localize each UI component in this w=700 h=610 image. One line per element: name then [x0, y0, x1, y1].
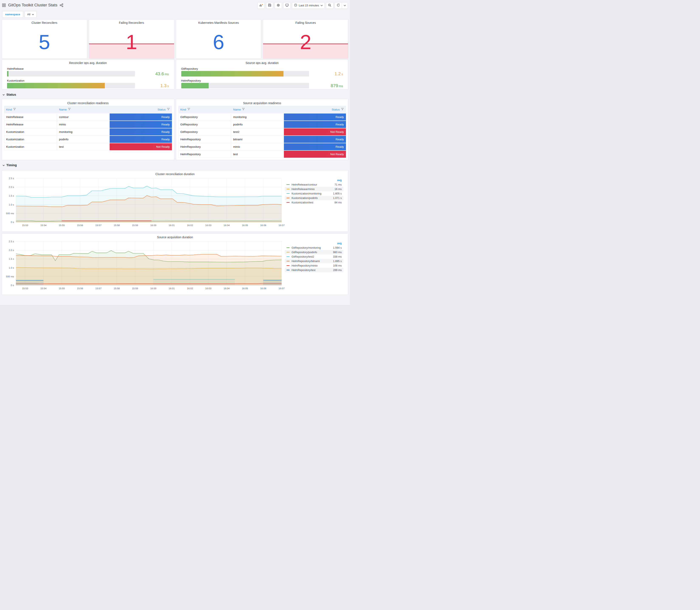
stat-panel-title[interactable]: Failing Reconcilers	[89, 19, 174, 25]
variable-namespace-value: All	[27, 13, 30, 16]
zoom-out-icon	[328, 3, 331, 7]
share-icon[interactable]	[60, 3, 63, 7]
cell-status: Not Ready	[284, 151, 346, 158]
column-header-inner: Kind	[180, 108, 190, 111]
chart-title[interactable]: Source acquisition duration	[3, 234, 347, 239]
svg-text:15:54: 15:54	[40, 224, 47, 227]
svg-text:1.5 s: 1.5 s	[9, 194, 14, 197]
table-header: KindNameStatus	[178, 106, 346, 113]
legend-item[interactable]: Kustomization/podinfo1.071 s	[285, 196, 343, 200]
gauge-panel-title[interactable]: Reconciler ops avg. duration	[7, 60, 169, 65]
legend-item[interactable]: GitRepository/monitoring1.594 s	[285, 245, 343, 250]
legend-item[interactable]: HelmRepository/test289 ms	[285, 268, 343, 272]
legend-item[interactable]: HelmRepository/bitnami1.695 s	[285, 259, 343, 263]
column-header-kind[interactable]: Kind	[4, 106, 57, 113]
cycle-view-button[interactable]	[283, 2, 291, 9]
legend-series-dash	[287, 256, 290, 257]
dashboard-settings-button[interactable]	[275, 2, 282, 9]
cell-name: podinfo	[231, 121, 284, 128]
column-header-kind[interactable]: Kind	[178, 106, 231, 113]
table-row: KustomizationpodinfoReady	[4, 136, 172, 143]
legend-series-dash	[287, 261, 290, 261]
filter-funnel-icon[interactable]	[68, 108, 71, 111]
refresh-interval-dropdown[interactable]	[342, 2, 348, 9]
gauge-row: Kustomization1.3s	[7, 79, 169, 89]
stat-panel-title[interactable]: Cluster Reconcilers	[2, 19, 87, 25]
stat-panel-title[interactable]: Failing Sources	[263, 19, 348, 25]
cell-kind: GitRepository	[178, 113, 231, 121]
section-timing[interactable]: Timing	[2, 160, 348, 168]
gauge-panel-title[interactable]: Source ops avg. duration	[181, 60, 343, 65]
legend-item[interactable]: Kustomization/test84 ms	[285, 200, 343, 205]
stat-panel-0: Cluster Reconcilers5	[2, 19, 87, 59]
gauge-bar-fill	[7, 71, 9, 77]
column-header-name[interactable]: Name	[231, 106, 284, 113]
cycle-view-icon	[285, 3, 289, 7]
stat-value: 6	[176, 26, 261, 59]
variable-namespace-select[interactable]: All	[25, 11, 36, 18]
cell-status: Ready	[110, 136, 172, 143]
legend-series-name: Kustomization/podinfo	[292, 197, 328, 199]
chart-panel-0: Cluster reconciliation duration15:5315:5…	[2, 170, 348, 232]
zoom-out-button[interactable]	[326, 2, 333, 9]
table-body: GitRepositorymonitoringReadyGitRepositor…	[178, 113, 346, 158]
legend-item[interactable]: Kustomization/monitoring1.605 s	[285, 191, 343, 196]
filter-funnel-icon[interactable]	[13, 108, 16, 111]
stat-panel-title[interactable]: Kubernetes Manifests Sources	[176, 19, 261, 25]
time-range-picker[interactable]: Last 15 minutes	[292, 2, 325, 9]
legend-item[interactable]: GitRepository/podinfo980 ms	[285, 250, 343, 254]
gauge-line: 1.3s	[7, 83, 169, 89]
gauge-label: HelmRelease	[7, 67, 169, 70]
legend-avg-header[interactable]: avg	[285, 241, 343, 245]
legend-series-name: HelmRepository/minio	[292, 264, 328, 267]
column-header-status[interactable]: Status	[284, 106, 346, 113]
legend-series-name: GitRepository/monitoring	[292, 246, 328, 249]
table-panel-title[interactable]: Cluster reconciliation readiness	[4, 100, 172, 105]
column-header-label: Status	[158, 108, 165, 111]
legend-item[interactable]: HelmRelease/contour71 ms	[285, 182, 343, 187]
filter-funnel-icon[interactable]	[188, 108, 190, 111]
legend-series-dash	[287, 270, 290, 270]
column-header-inner: Name	[233, 108, 245, 111]
table-panel-title[interactable]: Source acquisition readiness	[178, 100, 346, 105]
svg-text:16:05: 16:05	[242, 224, 248, 227]
add-panel-button[interactable]	[257, 2, 265, 9]
refresh-button[interactable]	[335, 2, 342, 9]
section-status[interactable]: Status	[2, 90, 348, 98]
dashboard-toolbar: Last 15 minutes	[257, 2, 348, 9]
dashboard-grid-icon[interactable]	[2, 3, 6, 7]
cell-kind: Kustomization	[4, 136, 57, 143]
gauge-label: GitRepository	[181, 67, 343, 70]
svg-text:2.5 s: 2.5 s	[9, 240, 14, 243]
chart-legend: avgHelmRelease/contour71 msHelmRelease/m…	[285, 176, 347, 229]
svg-text:16:03: 16:03	[205, 287, 211, 290]
legend-item[interactable]: HelmRepository/minio108 ms	[285, 263, 343, 268]
legend-item[interactable]: HelmRelease/minio16 ms	[285, 187, 343, 191]
svg-text:15:58: 15:58	[114, 224, 120, 227]
legend-series-name: Kustomization/test	[292, 201, 328, 204]
chevron-down-icon	[321, 4, 323, 7]
filter-funnel-icon[interactable]	[242, 108, 245, 111]
gauge-bar-fill	[181, 71, 283, 77]
column-header-name[interactable]: Name	[57, 106, 110, 113]
legend-item[interactable]: GitRepository/test2338 ms	[285, 254, 343, 259]
readiness-table: KindNameStatusGitRepositorymonitoringRea…	[178, 106, 346, 158]
table-header-row: KindNameStatus	[4, 106, 172, 113]
column-header-status[interactable]: Status	[110, 106, 172, 113]
variables-row: namespace All	[2, 9, 348, 18]
gauge-value-unit: s	[167, 84, 169, 88]
chart-title[interactable]: Cluster reconciliation duration	[3, 171, 347, 176]
save-dashboard-button[interactable]	[266, 2, 273, 9]
svg-text:16:01: 16:01	[168, 224, 175, 227]
save-dashboard-icon	[268, 3, 271, 7]
variable-namespace-label[interactable]: namespace	[2, 11, 23, 18]
filter-funnel-icon[interactable]	[167, 108, 170, 111]
column-header-inner: Status	[158, 108, 169, 111]
gauge-value-number: 1.2	[335, 71, 341, 76]
filter-funnel-icon[interactable]	[341, 108, 344, 111]
legend-avg-header[interactable]: avg	[285, 178, 343, 182]
legend-series-dash	[287, 202, 290, 203]
svg-text:500 ms: 500 ms	[6, 275, 14, 278]
section-status-label: Status	[6, 93, 16, 96]
legend-series-avg: 1.594 s	[328, 246, 342, 249]
